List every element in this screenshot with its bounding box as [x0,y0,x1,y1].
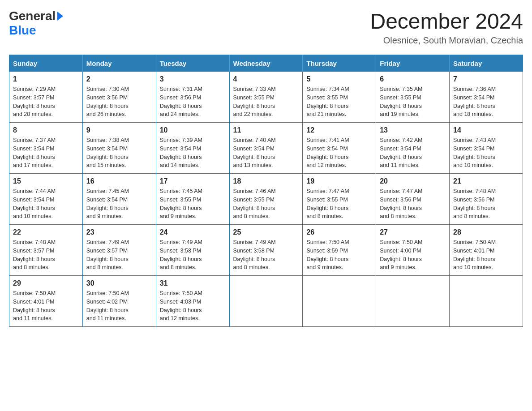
day-number: 27 [380,228,446,236]
calendar-day-cell: 8 Sunrise: 7:37 AM Sunset: 3:54 PM Dayli… [9,123,83,174]
calendar-day-cell [376,276,450,327]
day-number: 28 [453,228,519,236]
day-of-week-header: Monday [82,55,156,72]
day-of-week-header: Saturday [450,55,523,72]
day-of-week-header: Tuesday [156,55,229,72]
day-info: Sunrise: 7:31 AM Sunset: 3:56 PM Dayligh… [160,85,226,119]
calendar-week-row: 22 Sunrise: 7:48 AM Sunset: 3:57 PM Dayl… [9,225,523,276]
calendar-day-cell [229,276,303,327]
day-info: Sunrise: 7:50 AM Sunset: 4:02 PM Dayligh… [86,289,152,323]
day-info: Sunrise: 7:45 AM Sunset: 3:54 PM Dayligh… [86,187,152,221]
day-number: 29 [13,279,79,287]
logo-arrow [56,12,63,21]
day-number: 4 [233,75,299,83]
calendar-day-cell: 6 Sunrise: 7:35 AM Sunset: 3:55 PM Dayli… [376,72,450,123]
month-title: December 2024 [370,9,523,34]
day-info: Sunrise: 7:46 AM Sunset: 3:55 PM Dayligh… [233,187,299,221]
calendar-day-cell: 5 Sunrise: 7:34 AM Sunset: 3:55 PM Dayli… [303,72,376,123]
day-number: 22 [13,228,79,236]
day-info: Sunrise: 7:47 AM Sunset: 3:56 PM Dayligh… [380,187,446,221]
day-number: 12 [306,126,372,134]
day-number: 11 [233,126,299,134]
calendar-day-cell [303,276,376,327]
calendar-day-cell: 23 Sunrise: 7:49 AM Sunset: 3:57 PM Dayl… [82,225,156,276]
day-number: 25 [233,228,299,236]
calendar-day-cell: 4 Sunrise: 7:33 AM Sunset: 3:55 PM Dayli… [229,72,303,123]
day-number: 8 [13,126,79,134]
calendar-day-cell: 16 Sunrise: 7:45 AM Sunset: 3:54 PM Dayl… [82,174,156,225]
day-info: Sunrise: 7:44 AM Sunset: 3:54 PM Dayligh… [13,187,79,221]
day-info: Sunrise: 7:33 AM Sunset: 3:55 PM Dayligh… [233,85,299,119]
calendar-day-cell: 15 Sunrise: 7:44 AM Sunset: 3:54 PM Dayl… [9,174,83,225]
day-info: Sunrise: 7:50 AM Sunset: 4:01 PM Dayligh… [13,289,79,323]
day-info: Sunrise: 7:35 AM Sunset: 3:55 PM Dayligh… [380,85,446,119]
day-number: 9 [86,126,152,134]
day-info: Sunrise: 7:30 AM Sunset: 3:56 PM Dayligh… [86,85,152,119]
day-info: Sunrise: 7:50 AM Sunset: 3:59 PM Dayligh… [306,238,372,272]
calendar-day-cell: 18 Sunrise: 7:46 AM Sunset: 3:55 PM Dayl… [229,174,303,225]
day-number: 24 [160,228,226,236]
day-number: 20 [380,177,446,185]
day-info: Sunrise: 7:48 AM Sunset: 3:56 PM Dayligh… [453,187,519,221]
calendar-header-row: SundayMondayTuesdayWednesdayThursdayFrid… [9,55,523,72]
calendar-day-cell: 27 Sunrise: 7:50 AM Sunset: 4:00 PM Dayl… [376,225,450,276]
day-number: 7 [453,75,519,83]
day-number: 5 [306,75,372,83]
day-info: Sunrise: 7:49 AM Sunset: 3:58 PM Dayligh… [233,238,299,272]
day-number: 23 [86,228,152,236]
calendar-day-cell: 25 Sunrise: 7:49 AM Sunset: 3:58 PM Dayl… [229,225,303,276]
calendar-day-cell: 1 Sunrise: 7:29 AM Sunset: 3:57 PM Dayli… [9,72,83,123]
day-number: 18 [233,177,299,185]
calendar-day-cell: 28 Sunrise: 7:50 AM Sunset: 4:01 PM Dayl… [450,225,523,276]
day-info: Sunrise: 7:36 AM Sunset: 3:54 PM Dayligh… [453,85,519,119]
calendar-day-cell: 13 Sunrise: 7:42 AM Sunset: 3:54 PM Dayl… [376,123,450,174]
day-info: Sunrise: 7:37 AM Sunset: 3:54 PM Dayligh… [13,136,79,170]
day-info: Sunrise: 7:49 AM Sunset: 3:58 PM Dayligh… [160,238,226,272]
day-of-week-header: Thursday [303,55,376,72]
day-info: Sunrise: 7:50 AM Sunset: 4:03 PM Dayligh… [160,289,226,323]
calendar-week-row: 15 Sunrise: 7:44 AM Sunset: 3:54 PM Dayl… [9,174,523,225]
calendar-day-cell: 22 Sunrise: 7:48 AM Sunset: 3:57 PM Dayl… [9,225,83,276]
day-info: Sunrise: 7:34 AM Sunset: 3:55 PM Dayligh… [306,85,372,119]
day-number: 3 [160,75,226,83]
day-info: Sunrise: 7:39 AM Sunset: 3:54 PM Dayligh… [160,136,226,170]
calendar-day-cell: 20 Sunrise: 7:47 AM Sunset: 3:56 PM Dayl… [376,174,450,225]
day-info: Sunrise: 7:41 AM Sunset: 3:54 PM Dayligh… [306,136,372,170]
day-info: Sunrise: 7:48 AM Sunset: 3:57 PM Dayligh… [13,238,79,272]
calendar-week-row: 1 Sunrise: 7:29 AM Sunset: 3:57 PM Dayli… [9,72,523,123]
logo-general-text: General [9,9,56,23]
calendar-table: SundayMondayTuesdayWednesdayThursdayFrid… [9,55,523,327]
calendar-day-cell: 17 Sunrise: 7:45 AM Sunset: 3:55 PM Dayl… [156,174,229,225]
day-info: Sunrise: 7:29 AM Sunset: 3:57 PM Dayligh… [13,85,79,119]
calendar-day-cell: 30 Sunrise: 7:50 AM Sunset: 4:02 PM Dayl… [82,276,156,327]
day-number: 6 [380,75,446,83]
day-number: 30 [86,279,152,287]
calendar-day-cell: 26 Sunrise: 7:50 AM Sunset: 3:59 PM Dayl… [303,225,376,276]
day-number: 14 [453,126,519,134]
day-number: 21 [453,177,519,185]
logo: General Blue [9,9,63,38]
calendar-day-cell: 3 Sunrise: 7:31 AM Sunset: 3:56 PM Dayli… [156,72,229,123]
day-of-week-header: Sunday [9,55,83,72]
calendar-day-cell: 24 Sunrise: 7:49 AM Sunset: 3:58 PM Dayl… [156,225,229,276]
day-info: Sunrise: 7:45 AM Sunset: 3:55 PM Dayligh… [160,187,226,221]
day-of-week-header: Friday [376,55,450,72]
calendar-day-cell: 31 Sunrise: 7:50 AM Sunset: 4:03 PM Dayl… [156,276,229,327]
calendar-week-row: 8 Sunrise: 7:37 AM Sunset: 3:54 PM Dayli… [9,123,523,174]
day-number: 13 [380,126,446,134]
day-info: Sunrise: 7:40 AM Sunset: 3:54 PM Dayligh… [233,136,299,170]
day-number: 17 [160,177,226,185]
day-info: Sunrise: 7:47 AM Sunset: 3:55 PM Dayligh… [306,187,372,221]
day-number: 31 [160,279,226,287]
day-number: 15 [13,177,79,185]
calendar-day-cell [450,276,523,327]
title-block: December 2024 Olesnice, South Moravian, … [370,9,523,46]
calendar-day-cell: 29 Sunrise: 7:50 AM Sunset: 4:01 PM Dayl… [9,276,83,327]
day-info: Sunrise: 7:49 AM Sunset: 3:57 PM Dayligh… [86,238,152,272]
day-info: Sunrise: 7:42 AM Sunset: 3:54 PM Dayligh… [380,136,446,170]
day-number: 19 [306,177,372,185]
calendar-day-cell: 12 Sunrise: 7:41 AM Sunset: 3:54 PM Dayl… [303,123,376,174]
calendar-week-row: 29 Sunrise: 7:50 AM Sunset: 4:01 PM Dayl… [9,276,523,327]
calendar-day-cell: 14 Sunrise: 7:43 AM Sunset: 3:54 PM Dayl… [450,123,523,174]
location-text: Olesnice, South Moravian, Czechia [370,35,523,46]
